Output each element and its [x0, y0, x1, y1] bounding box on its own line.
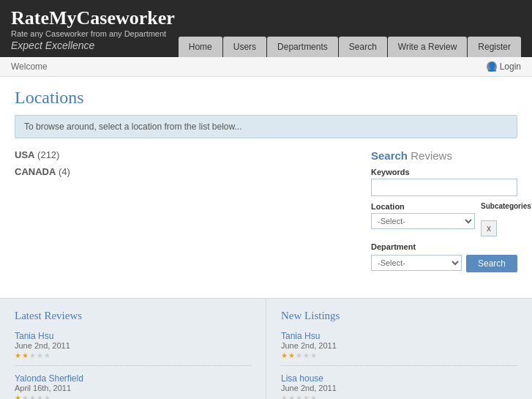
latest-reviews-title: Latest Reviews [15, 310, 251, 322]
location-select[interactable]: -Select- [371, 213, 475, 229]
browse-hint: To browse around, select a location from… [15, 115, 517, 138]
review-stars: ★★★★★ [15, 394, 251, 399]
search-panel-title: Search Reviews [371, 149, 517, 162]
search-reviews-label: Reviews [408, 149, 452, 162]
latest-review-item: Tania Hsu June 2nd, 2011 ★★★★★ [15, 331, 251, 366]
welcome-bar: Welcome 👤 Login [0, 57, 532, 77]
listing-stars: ★★★★★ [281, 394, 517, 399]
latest-reviews-list: Tania Hsu June 2nd, 2011 ★★★★★ Yalonda S… [15, 331, 251, 399]
location-label: Location [371, 202, 475, 211]
welcome-text: Welcome [11, 61, 48, 72]
listing-name-link[interactable]: Lisa house [281, 373, 517, 384]
listing-name-link[interactable]: Tania Hsu [281, 331, 517, 341]
subcategory-col: Subcategories? x [481, 202, 517, 236]
latest-review-item: Yalonda Sherfield April 16th, 2011 ★★★★★ [15, 373, 251, 399]
logo-tagline: Expect Excellence [11, 40, 94, 51]
nav-item-users[interactable]: Users [223, 37, 266, 57]
nav-item-write-a-review[interactable]: Write a Review [388, 37, 467, 57]
location-item-usa[interactable]: USA (212) [15, 149, 356, 160]
listing-date: June 2nd, 2011 [281, 384, 517, 392]
main-content: Locations To browse around, select a loc… [0, 77, 532, 298]
nav-item-search[interactable]: Search [339, 37, 387, 57]
new-listing-item: Lisa house June 2nd, 2011 ★★★★★ [281, 373, 517, 399]
listing-stars: ★★★★★ [281, 351, 517, 359]
nav-item-register[interactable]: Register [468, 37, 521, 57]
listing-date: June 2nd, 2011 [281, 341, 517, 350]
new-listings-col: New Listings Tania Hsu June 2nd, 2011 ★★… [266, 299, 532, 399]
search-button[interactable]: Search [466, 255, 517, 272]
subcategories-label: Subcategories? [481, 202, 517, 210]
locations-col: USA (212)CANADA (4) [15, 149, 356, 272]
keywords-input[interactable] [371, 179, 517, 196]
department-select[interactable]: -Select- [371, 255, 462, 271]
department-label: Department [371, 242, 517, 251]
login-link[interactable]: 👤 Login [487, 61, 521, 72]
nav-item-home[interactable]: Home [179, 37, 222, 57]
new-listings-list: Tania Hsu June 2nd, 2011 ★★★★★ Lisa hous… [281, 331, 517, 399]
latest-reviews-col: Latest Reviews Tania Hsu June 2nd, 2011 … [0, 299, 266, 399]
location-col: Location -Select- [371, 202, 475, 229]
header: RateMyCaseworker Rate any Caseworker fro… [0, 0, 532, 57]
new-listings-title: New Listings [281, 310, 517, 322]
location-item-canada[interactable]: CANADA (4) [15, 166, 356, 177]
nav-bar: HomeUsersDepartmentsSearchWrite a Review… [179, 37, 521, 57]
logo-subtitle: Rate any Caseworker from any Department [11, 29, 175, 38]
review-stars: ★★★★★ [15, 351, 251, 359]
department-search-row: -Select- Search [371, 253, 517, 272]
review-date: June 2nd, 2011 [15, 341, 251, 350]
nav-item-departments[interactable]: Departments [267, 37, 338, 57]
logo-title: RateMyCaseworker [11, 7, 175, 29]
user-icon: 👤 [487, 61, 497, 72]
subcategory-clear-button[interactable]: x [481, 220, 497, 236]
login-label: Login [500, 61, 521, 72]
location-subcategory-row: Location -Select- Subcategories? x [371, 202, 517, 236]
locations-search-row: USA (212)CANADA (4) Search Reviews Keywo… [15, 149, 517, 272]
logo-area: RateMyCaseworker Rate any Caseworker fro… [11, 7, 175, 57]
new-listing-item: Tania Hsu June 2nd, 2011 ★★★★★ [281, 331, 517, 366]
review-name-link[interactable]: Yalonda Sherfield [15, 373, 251, 384]
search-panel: Search Reviews Keywords Location -Select… [371, 149, 517, 272]
review-date: April 16th, 2011 [15, 384, 251, 392]
review-name-link[interactable]: Tania Hsu [15, 331, 251, 341]
bottom-row: Latest Reviews Tania Hsu June 2nd, 2011 … [0, 298, 532, 399]
keywords-label: Keywords [371, 168, 517, 176]
page-title: Locations [15, 88, 517, 108]
search-bold: Search [371, 149, 408, 162]
